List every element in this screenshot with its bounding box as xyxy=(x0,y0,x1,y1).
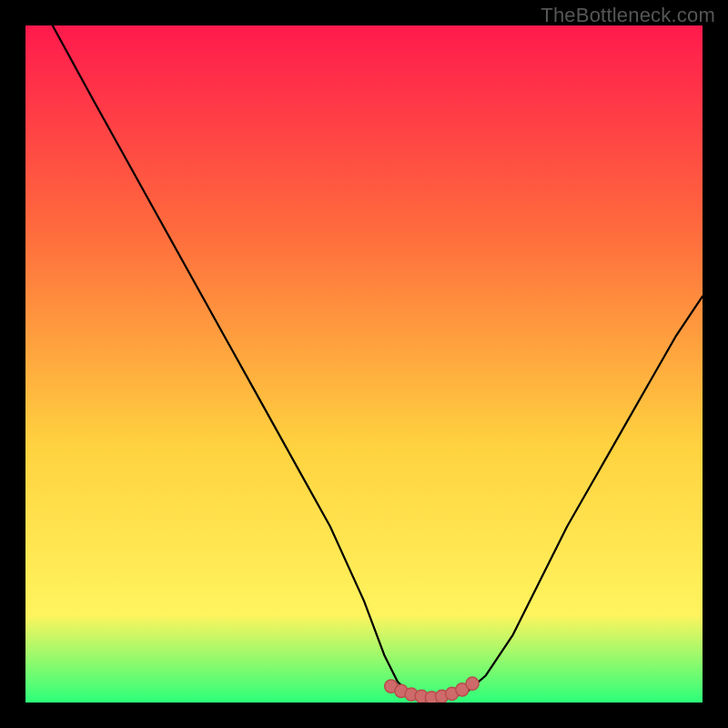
plot-area xyxy=(25,25,703,703)
watermark-text: TheBottleneck.com xyxy=(541,4,715,27)
chart-frame: TheBottleneck.com xyxy=(0,0,728,728)
marker-layer xyxy=(25,25,703,703)
marker-dot xyxy=(466,677,479,690)
